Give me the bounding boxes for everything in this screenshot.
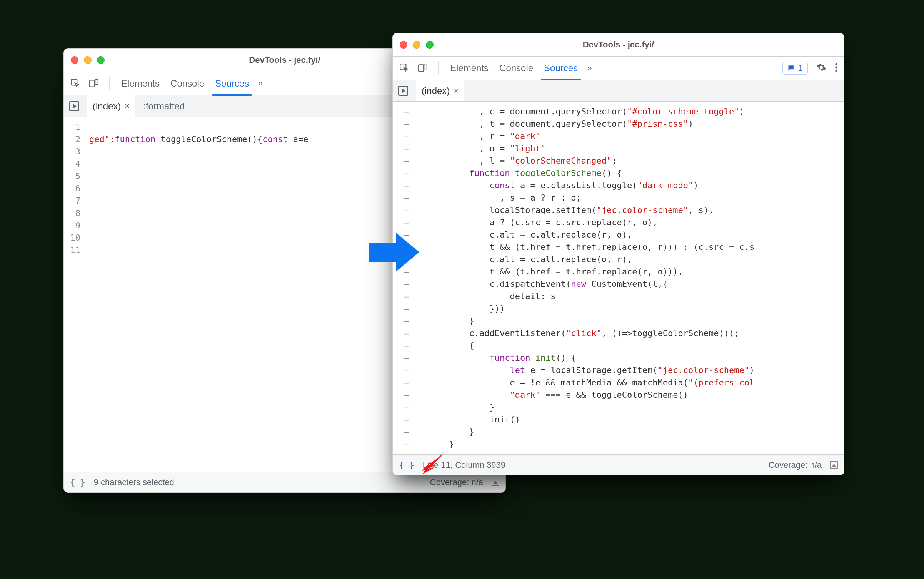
issues-badge[interactable]: 1: [782, 62, 808, 75]
svg-rect-0: [71, 79, 77, 85]
tab-overflow[interactable]: »: [587, 63, 590, 73]
tab-sources[interactable]: Sources: [213, 73, 250, 95]
traffic-lights: [400, 41, 434, 49]
file-tab-index[interactable]: (index) ×: [87, 95, 135, 117]
coverage-text: Coverage: n/a: [769, 460, 822, 470]
issues-icon: [787, 64, 795, 72]
inspect-element-icon[interactable]: [399, 63, 410, 74]
close-window-button[interactable]: [400, 41, 407, 49]
show-navigator-icon[interactable]: [69, 101, 79, 111]
traffic-lights: [71, 56, 105, 64]
tab-sources[interactable]: Sources: [542, 57, 579, 79]
close-icon[interactable]: ×: [454, 86, 459, 96]
code-editor[interactable]: –––––––––––––––––––––––––––– , c = docum…: [393, 102, 844, 454]
svg-rect-2: [95, 79, 98, 84]
show-navigator-icon[interactable]: [398, 86, 408, 96]
file-tab-label: (index): [93, 101, 121, 112]
editor-footer: { } Line 11, Column 3939 Coverage: n/a: [393, 454, 844, 475]
coverage-text: Coverage: n/a: [430, 477, 483, 487]
file-tab-formatted[interactable]: :formatted: [143, 101, 185, 112]
tab-console[interactable]: Console: [498, 57, 535, 79]
minimize-window-button[interactable]: [84, 56, 92, 64]
settings-icon[interactable]: [816, 62, 826, 74]
drawer-toggle-icon[interactable]: [830, 461, 838, 469]
titlebar: DevTools - jec.fyi/: [393, 33, 844, 56]
pretty-print-icon[interactable]: { }: [399, 460, 414, 470]
maximize-window-button[interactable]: [426, 41, 434, 49]
close-icon[interactable]: ×: [125, 101, 130, 111]
minimize-window-button[interactable]: [413, 41, 420, 49]
file-tab-label: (index): [422, 85, 450, 96]
svg-rect-3: [400, 64, 406, 70]
file-tab-index[interactable]: (index) ×: [416, 80, 464, 101]
tab-elements[interactable]: Elements: [120, 73, 161, 95]
svg-point-7: [835, 66, 837, 68]
svg-rect-1: [90, 80, 95, 87]
more-menu-icon[interactable]: [835, 62, 838, 74]
divider: [109, 77, 110, 90]
svg-rect-5: [424, 64, 427, 69]
svg-rect-4: [419, 65, 424, 71]
devtools-window-right: DevTools - jec.fyi/ Elements Console Sou…: [392, 33, 844, 475]
pretty-print-icon[interactable]: { }: [70, 477, 85, 487]
file-tabstrip: (index) ×: [393, 80, 844, 102]
window-title: DevTools - jec.fyi/: [393, 40, 844, 50]
file-tab-label: :formatted: [143, 101, 185, 112]
code-content[interactable]: , c = document.querySelector("#color-sch…: [414, 102, 844, 454]
svg-point-6: [835, 63, 837, 65]
svg-point-8: [835, 70, 837, 72]
device-toolbar-icon[interactable]: [88, 78, 99, 89]
devtools-toolbar: Elements Console Sources » 1: [393, 56, 844, 80]
tab-overflow[interactable]: »: [258, 79, 261, 89]
status-text: Line 11, Column 3939: [423, 460, 505, 470]
maximize-window-button[interactable]: [97, 56, 105, 64]
tab-console[interactable]: Console: [169, 73, 206, 95]
line-number-gutter: ––––––––––––––––––––––––––––: [393, 102, 414, 454]
device-toolbar-icon[interactable]: [417, 63, 428, 74]
status-text: 9 characters selected: [94, 477, 174, 487]
inspect-element-icon[interactable]: [70, 78, 81, 89]
divider: [438, 61, 439, 75]
tab-elements[interactable]: Elements: [449, 57, 490, 79]
issues-count: 1: [798, 63, 803, 73]
line-number-gutter: 1234567891011: [64, 117, 85, 472]
drawer-toggle-icon[interactable]: [492, 479, 499, 486]
close-window-button[interactable]: [71, 56, 78, 64]
